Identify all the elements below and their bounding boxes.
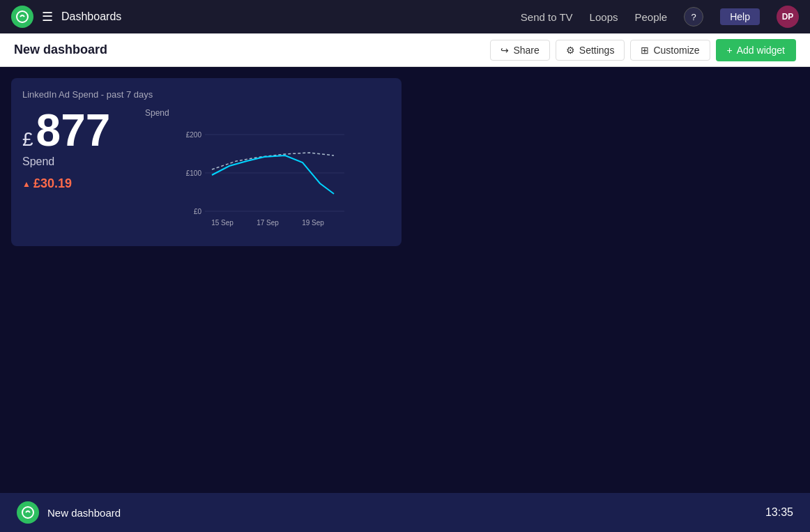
widget-card: LinkedIn Ad Spend - past 7 days £ 877 Sp… <box>11 78 402 246</box>
footer-left: New dashboard <box>17 501 121 524</box>
footer-logo <box>17 501 39 524</box>
svg-point-1 <box>22 507 33 518</box>
delta-currency: £ <box>33 176 40 190</box>
solid-line <box>212 155 334 194</box>
navbar-left: ☰ Dashboards <box>11 6 121 28</box>
widget-title: LinkedIn Ad Spend - past 7 days <box>22 89 390 100</box>
x-label-15sep: 15 Sep <box>211 219 234 227</box>
chart-y-label: Spend <box>145 108 390 118</box>
avatar[interactable]: DP <box>777 6 799 28</box>
widget-chart: Spend £200 £100 £0 15 Sep 1 <box>145 108 390 235</box>
add-widget-button[interactable]: + Add widget <box>716 39 796 61</box>
y-label-200: £200 <box>186 131 202 139</box>
customize-button[interactable]: ⊞ Customize <box>630 40 710 61</box>
spend-number: 877 <box>36 108 111 153</box>
footer-bar: New dashboard 13:35 <box>0 493 810 532</box>
page-title: New dashboard <box>14 43 107 57</box>
dashed-line <box>212 153 334 169</box>
footer-title: New dashboard <box>47 507 121 519</box>
navbar: ☰ Dashboards Send to TV Loops People ? H… <box>0 0 810 33</box>
customize-icon: ⊞ <box>641 45 649 56</box>
spend-label: Spend <box>22 155 134 168</box>
delta-number: 30.19 <box>40 176 72 190</box>
share-button[interactable]: ↪ Share <box>490 40 549 61</box>
hamburger-icon[interactable]: ☰ <box>42 9 53 24</box>
spend-value: £ 877 <box>22 108 134 153</box>
navbar-right: Send to TV Loops People ? Help DP <box>521 6 799 28</box>
dashboard-area: LinkedIn Ad Spend - past 7 days £ 877 Sp… <box>0 67 810 493</box>
y-label-100: £100 <box>186 169 202 177</box>
settings-button[interactable]: ⚙ Settings <box>556 40 625 61</box>
chart-svg: £200 £100 £0 15 Sep 17 Sep 19 Sep <box>145 121 390 232</box>
footer-time: 13:35 <box>765 506 793 519</box>
svg-point-0 <box>17 11 28 22</box>
spend-delta: ▲ £30.19 <box>22 176 134 191</box>
delta-arrow-icon: ▲ <box>22 179 31 189</box>
help-question-button[interactable]: ? <box>684 7 703 26</box>
share-label: Share <box>513 45 539 56</box>
navbar-title: Dashboards <box>61 10 121 23</box>
widget-left: £ 877 Spend ▲ £30.19 <box>22 108 134 235</box>
subheader-actions: ↪ Share ⚙ Settings ⊞ Customize + Add wid… <box>490 39 796 61</box>
y-label-0: £0 <box>194 208 202 215</box>
subheader: New dashboard ↪ Share ⚙ Settings ⊞ Custo… <box>0 33 810 67</box>
settings-icon: ⚙ <box>566 45 575 56</box>
logo-icon[interactable] <box>11 6 33 28</box>
add-widget-label: Add widget <box>737 45 785 56</box>
widget-body: £ 877 Spend ▲ £30.19 Spend <box>22 108 390 235</box>
share-icon: ↪ <box>500 45 509 56</box>
help-button[interactable]: Help <box>720 8 760 25</box>
loops-link[interactable]: Loops <box>590 11 618 23</box>
x-label-19sep: 19 Sep <box>302 219 324 227</box>
customize-label: Customize <box>653 45 699 56</box>
delta-value: £30.19 <box>33 176 72 191</box>
x-label-17sep: 17 Sep <box>257 219 279 227</box>
spend-currency: £ <box>22 128 33 151</box>
settings-label: Settings <box>579 45 615 56</box>
plus-icon: + <box>727 45 733 56</box>
people-link[interactable]: People <box>634 11 667 23</box>
send-to-tv-link[interactable]: Send to TV <box>521 11 573 23</box>
